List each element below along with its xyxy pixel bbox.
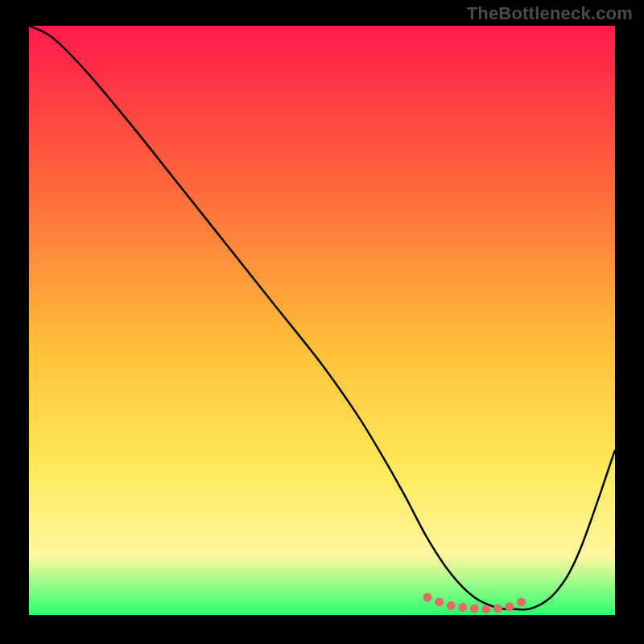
valley-marker: [493, 604, 502, 613]
valley-marker: [423, 593, 432, 602]
bottleneck-plot: [29, 26, 615, 615]
valley-marker: [517, 597, 526, 606]
watermark-text: TheBottleneck.com: [467, 3, 633, 24]
valley-marker: [481, 605, 490, 613]
valley-marker: [458, 603, 467, 612]
valley-marker: [447, 601, 456, 610]
plot-area: [29, 26, 615, 615]
valley-marker: [470, 604, 479, 613]
valley-marker: [435, 597, 444, 606]
valley-marker: [505, 602, 514, 611]
chart-frame: TheBottleneck.com: [0, 0, 644, 644]
gradient-background: [29, 26, 615, 615]
